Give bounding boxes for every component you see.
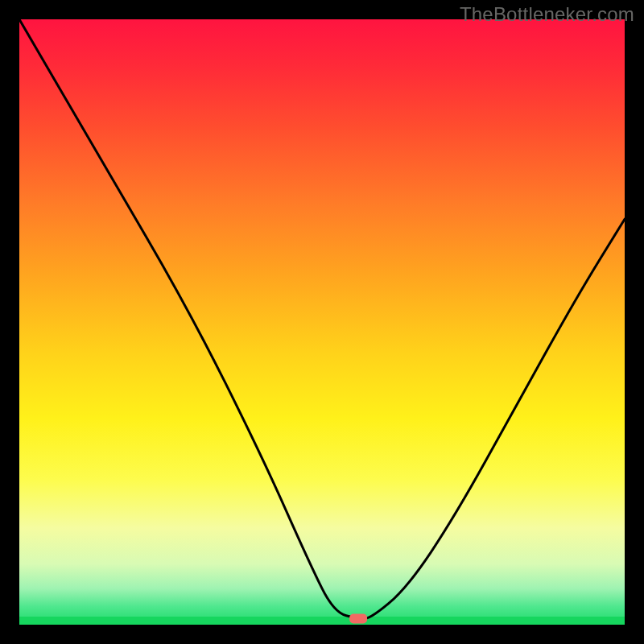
bottleneck-chart [19,19,625,625]
bottleneck-curve-line [19,19,625,619]
chart-frame: TheBottleneker.com [0,0,644,644]
watermark-text: TheBottleneker.com [460,3,634,26]
optimum-marker [349,614,367,624]
plot-bounds [19,19,625,625]
